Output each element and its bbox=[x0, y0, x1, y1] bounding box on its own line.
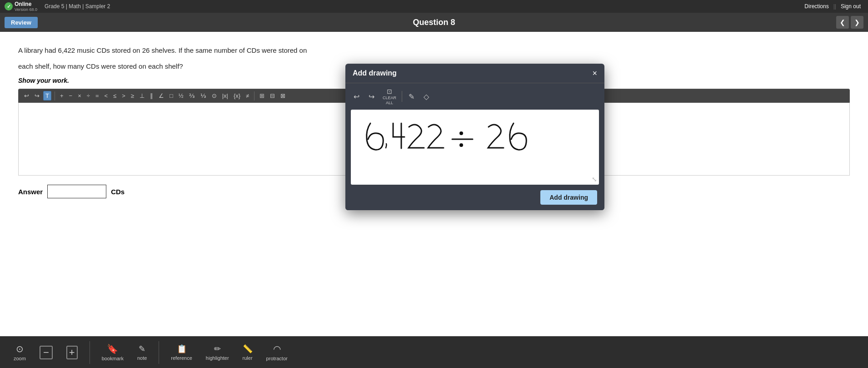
drawing-redo-btn[interactable]: ↪ bbox=[366, 91, 377, 102]
answer-unit: CDs bbox=[111, 188, 125, 196]
plus-btn[interactable]: + bbox=[58, 91, 65, 100]
nav-arrows: ❮ ❯ bbox=[836, 16, 863, 29]
next-question-button[interactable]: ❯ bbox=[851, 16, 863, 29]
reference-tool[interactable]: 📋 reference bbox=[166, 341, 196, 363]
table1-btn[interactable]: ⊞ bbox=[258, 91, 266, 100]
redo-btn[interactable]: ↪ bbox=[33, 91, 41, 100]
directions-button[interactable]: Directions bbox=[802, 2, 831, 10]
perp-btn[interactable]: ⊥ bbox=[138, 91, 146, 100]
protractor-tool[interactable]: ◠ protractor bbox=[262, 341, 292, 364]
resize-handle[interactable]: ⤡ bbox=[592, 176, 597, 183]
bookmark-tool[interactable]: 🔖 bookmark bbox=[97, 341, 128, 364]
times-btn[interactable]: × bbox=[76, 91, 83, 100]
question-title: Question 8 bbox=[413, 18, 455, 27]
breadcrumb: Grade 5 | Math | Sampler 2 bbox=[45, 3, 110, 10]
prev-question-button[interactable]: ❮ bbox=[836, 16, 849, 29]
answer-label: Answer bbox=[18, 188, 43, 196]
bookmark-icon: 🔖 bbox=[107, 343, 118, 354]
handwriting-svg bbox=[351, 110, 599, 173]
ruler-label: ruler bbox=[243, 355, 253, 361]
modal-footer: Add drawing bbox=[345, 185, 604, 210]
sign-out-button[interactable]: Sign out bbox=[838, 2, 863, 10]
highlighter-label: highlighter bbox=[206, 355, 229, 361]
question-text-line1: A library had 6,422 music CDs stored on … bbox=[18, 45, 850, 56]
add-drawing-modal: Add drawing × ↩ ↪ ⊡ CLEAR ALL ✎ ◇ bbox=[345, 64, 604, 210]
top-bar-left: ✓ Online Version 68.0 Grade 5 | Math | S… bbox=[5, 1, 110, 12]
bottom-divider-2 bbox=[159, 341, 159, 364]
circle-btn[interactable]: ⊙ bbox=[210, 91, 219, 100]
zoom-minus-tool[interactable]: − bbox=[35, 343, 57, 362]
reference-icon: 📋 bbox=[177, 344, 187, 354]
online-label: Online bbox=[15, 1, 37, 7]
modal-close-button[interactable]: × bbox=[592, 69, 597, 77]
drawing-toolbar-sep bbox=[402, 91, 402, 102]
parallel-btn[interactable]: ∥ bbox=[148, 91, 155, 100]
minus-btn[interactable]: − bbox=[67, 91, 75, 100]
toolbar-sep-1 bbox=[55, 91, 55, 101]
note-label: note bbox=[137, 355, 147, 361]
highlighter-icon: ✏ bbox=[214, 344, 221, 354]
highlighter-tool[interactable]: ✏ highlighter bbox=[201, 341, 234, 363]
zoom-tool[interactable]: ⊙ zoom bbox=[9, 341, 30, 364]
clear-all-button[interactable]: ⊡ CLEAR ALL bbox=[381, 87, 398, 106]
toolbar-sep-2 bbox=[254, 91, 254, 101]
zoom-icon: ⊙ bbox=[16, 343, 24, 354]
ruler-icon: 📏 bbox=[243, 344, 253, 354]
frac-twothird-btn[interactable]: ⅔ bbox=[187, 91, 197, 100]
svg-point-2 bbox=[459, 143, 463, 147]
check-circle-icon: ✓ bbox=[5, 2, 13, 10]
equals-btn[interactable]: = bbox=[94, 91, 101, 100]
drawing-toolbar: ↩ ↪ ⊡ CLEAR ALL ✎ ◇ bbox=[345, 83, 604, 110]
angle-btn[interactable]: ∠ bbox=[157, 91, 166, 100]
modal-title: Add drawing bbox=[353, 69, 397, 77]
table2-btn[interactable]: ⊟ bbox=[268, 91, 277, 100]
square-btn[interactable]: □ bbox=[168, 91, 175, 100]
drawing-canvas[interactable]: ⤡ bbox=[351, 110, 599, 185]
bookmark-label: bookmark bbox=[102, 356, 124, 361]
clear-all-label2: ALL bbox=[386, 101, 393, 106]
gt-btn[interactable]: > bbox=[120, 91, 127, 100]
frac-half-btn[interactable]: ½ bbox=[177, 91, 185, 100]
clear-all-label: CLEAR bbox=[383, 96, 396, 101]
gte-btn[interactable]: ≥ bbox=[129, 91, 136, 100]
zoom-plus-tool[interactable]: + bbox=[62, 343, 82, 362]
drawing-undo-btn[interactable]: ↩ bbox=[351, 91, 362, 102]
eraser-tool-btn[interactable]: ◇ bbox=[421, 91, 432, 102]
note-tool[interactable]: ✎ note bbox=[133, 341, 151, 363]
bottom-divider-1 bbox=[90, 341, 90, 364]
protractor-label: protractor bbox=[266, 356, 288, 361]
version-label: Version 68.0 bbox=[15, 7, 37, 12]
bottom-toolbar: ⊙ zoom − + 🔖 bookmark ✎ note 📋 reference… bbox=[0, 336, 868, 368]
lte-btn[interactable]: ≤ bbox=[111, 91, 118, 100]
answer-input[interactable] bbox=[47, 185, 106, 198]
ruler-tool[interactable]: 📏 ruler bbox=[238, 341, 257, 363]
header-bar: Review Question 8 ❮ ❯ bbox=[0, 13, 868, 32]
zoom-minus-icon: − bbox=[40, 346, 53, 359]
review-button[interactable]: Review bbox=[5, 17, 38, 28]
neq-btn[interactable]: ≠ bbox=[244, 91, 251, 100]
top-bar-right: Directions || Sign out bbox=[802, 2, 863, 10]
top-bar-divider: || bbox=[833, 3, 836, 10]
frac-third-btn[interactable]: ⅓ bbox=[199, 91, 208, 100]
lt-btn[interactable]: < bbox=[102, 91, 110, 100]
online-badge: ✓ Online Version 68.0 bbox=[5, 1, 37, 12]
reference-label: reference bbox=[171, 355, 192, 361]
zoom-plus-icon: + bbox=[66, 346, 78, 359]
text-tool-btn[interactable]: T bbox=[43, 91, 51, 101]
abs-btn[interactable]: |x| bbox=[220, 91, 230, 100]
divide-btn[interactable]: ÷ bbox=[85, 91, 92, 100]
top-bar: ✓ Online Version 68.0 Grade 5 | Math | S… bbox=[0, 0, 868, 13]
zoom-label: zoom bbox=[14, 356, 26, 361]
svg-point-0 bbox=[459, 131, 463, 135]
protractor-icon: ◠ bbox=[273, 343, 281, 354]
table3-btn[interactable]: ⊠ bbox=[279, 91, 287, 100]
modal-header: Add drawing × bbox=[345, 64, 604, 83]
undo-btn[interactable]: ↩ bbox=[22, 91, 31, 100]
note-icon: ✎ bbox=[139, 344, 145, 354]
clear-all-icon: ⊡ bbox=[387, 88, 392, 96]
pen-tool-btn[interactable]: ✎ bbox=[406, 91, 417, 102]
set-btn[interactable]: {x} bbox=[232, 91, 242, 100]
add-drawing-button[interactable]: Add drawing bbox=[540, 190, 597, 205]
